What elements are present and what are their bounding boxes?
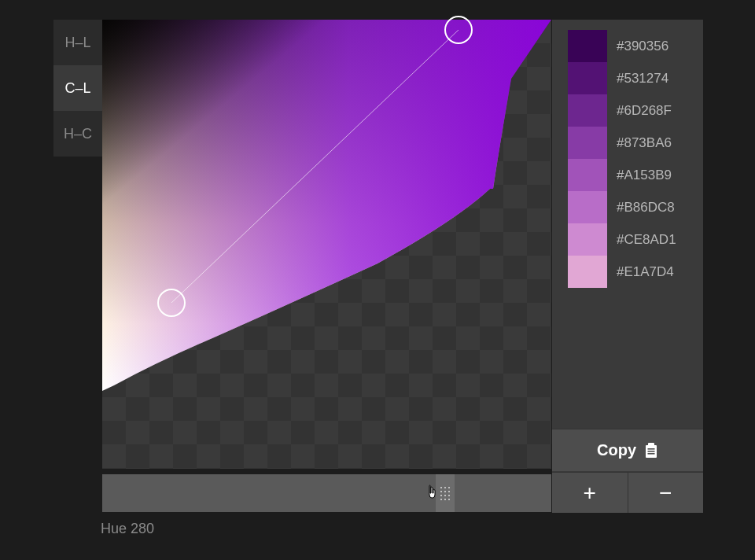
swatch-3[interactable] — [568, 127, 607, 159]
grip-icon — [440, 487, 450, 499]
swatch-7[interactable] — [568, 256, 607, 288]
hex-label-6: #CE8AD1 — [617, 223, 676, 256]
svg-rect-5 — [648, 453, 655, 455]
hue-slider-handle[interactable] — [436, 474, 455, 512]
hex-label-4: #A153B9 — [617, 159, 676, 191]
tab-h-c[interactable]: H–C — [53, 111, 102, 157]
step-buttons: + − — [552, 472, 703, 513]
tab-h-l[interactable]: H–L — [53, 20, 102, 65]
swatch-4[interactable] — [568, 159, 607, 191]
color-canvas[interactable] — [102, 20, 551, 469]
hue-label: Hue 280 — [101, 521, 154, 537]
palette-labels: #390356 #531274 #6D268F #873BA6 #A153B9 … — [617, 30, 676, 288]
hue-slider[interactable] — [102, 474, 551, 512]
swatch-2[interactable] — [568, 94, 607, 127]
palette-swatches — [568, 30, 607, 288]
hex-label-5: #B86DC8 — [617, 191, 676, 223]
mode-tabs: H–L C–L H–C — [53, 20, 102, 157]
swatch-1[interactable] — [568, 62, 607, 94]
svg-rect-3 — [648, 448, 655, 450]
gamut-shape — [102, 20, 551, 469]
swatch-6[interactable] — [568, 223, 607, 256]
swatch-0[interactable] — [568, 30, 607, 62]
hex-label-3: #873BA6 — [617, 127, 676, 159]
copy-button-label: Copy — [597, 441, 636, 459]
hex-label-2: #6D268F — [617, 94, 676, 127]
svg-rect-4 — [648, 451, 655, 452]
tab-c-l[interactable]: C–L — [53, 65, 102, 111]
hex-label-1: #531274 — [617, 62, 676, 94]
hex-label-7: #E1A7D4 — [617, 256, 676, 288]
svg-rect-2 — [648, 443, 654, 447]
remove-step-button[interactable]: − — [628, 472, 704, 513]
clipboard-icon — [644, 443, 658, 459]
hex-label-0: #390356 — [617, 30, 676, 62]
swatch-5[interactable] — [568, 191, 607, 223]
copy-button[interactable]: Copy — [552, 429, 703, 471]
add-step-button[interactable]: + — [552, 472, 628, 513]
